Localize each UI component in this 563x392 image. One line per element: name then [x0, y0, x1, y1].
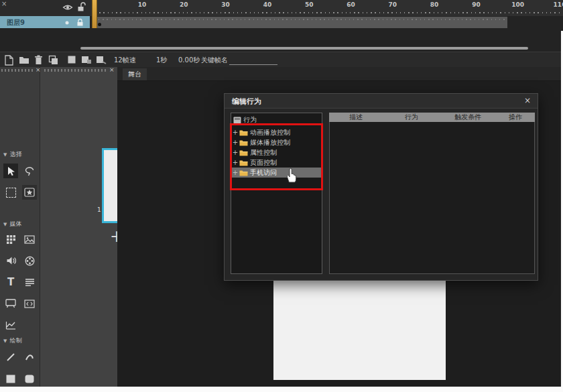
- table-column-header[interactable]: 操作: [496, 113, 535, 122]
- ruler-number: 50: [305, 1, 314, 8]
- paragraph-text-tool[interactable]: [22, 275, 37, 289]
- folder-icon: [239, 139, 248, 146]
- timeline-ruler[interactable]: 102030405060708090100110: [90, 0, 563, 16]
- line-tool[interactable]: [3, 350, 18, 365]
- table-column-header[interactable]: 行为: [383, 113, 440, 122]
- chevron-down-icon: ▼: [3, 222, 7, 227]
- keyframe-name-input[interactable]: [229, 64, 277, 65]
- audio-tool[interactable]: [3, 253, 18, 268]
- duration-label: 1秒: [156, 52, 167, 68]
- lock-column-unlock-icon[interactable]: [77, 2, 86, 12]
- ruler-number: 110: [554, 1, 563, 8]
- folder-icon: [239, 129, 248, 136]
- ruler-number: 100: [511, 1, 524, 8]
- whiteboard-tool[interactable]: [3, 296, 18, 311]
- delete-trash-icon[interactable]: [34, 55, 45, 66]
- library-grid-tool[interactable]: [3, 232, 18, 247]
- timeline-horizontal-scrollbar[interactable]: [80, 47, 528, 50]
- lasso-tool[interactable]: [22, 164, 37, 178]
- insert-frame-icon[interactable]: [67, 55, 78, 66]
- dialog-titlebar[interactable]: 编辑行为 ×: [225, 94, 538, 109]
- layer-frames-track[interactable]: [96, 17, 507, 28]
- fps-label: 12帧速: [114, 52, 136, 68]
- video-tool[interactable]: [22, 253, 37, 268]
- playhead[interactable]: [92, 0, 97, 28]
- timeline-toolbar: 12帧速 1秒 0.00秒 关键帧名: [0, 52, 563, 68]
- open-folder-icon[interactable]: [19, 55, 29, 66]
- stage-canvas[interactable]: [273, 281, 446, 380]
- behavior-category-label: 属性控制: [250, 148, 277, 157]
- section-media[interactable]: ▼ 媒体: [3, 220, 21, 228]
- section-select-label: 选择: [9, 150, 21, 159]
- behavior-category-label: 页面控制: [250, 158, 277, 168]
- table-column-header[interactable]: 触发条件: [440, 113, 496, 122]
- layer-row[interactable]: 图层9: [0, 16, 90, 28]
- ruler-number: 90: [472, 1, 481, 8]
- section-draw[interactable]: ▼ 绘制: [3, 336, 21, 345]
- timeline-ruler-ticks: [95, 12, 563, 13]
- tab-strip: 舞台: [117, 67, 563, 81]
- text-tool[interactable]: T: [3, 275, 18, 289]
- layer-visibility-dot-icon[interactable]: [65, 21, 69, 25]
- behavior-category-label: 手机访问: [250, 168, 277, 178]
- rounded-rectangle-tool[interactable]: [22, 371, 37, 386]
- behavior-category-row[interactable]: +动画播放控制: [231, 127, 322, 137]
- toolbox-close-icon[interactable]: ×: [36, 66, 41, 73]
- tree-expander-icon[interactable]: +: [231, 149, 239, 156]
- keyframe-dot[interactable]: [98, 23, 101, 26]
- layer-lock-icon[interactable]: [76, 18, 84, 27]
- transform-marquee-tool[interactable]: [3, 185, 18, 200]
- behavior-tree-items: +动画播放控制+媒体播放控制+属性控制+页面控制+手机访问: [231, 127, 322, 178]
- timeline-close-icon[interactable]: ×: [1, 0, 7, 7]
- visibility-column-eye-icon[interactable]: [62, 3, 73, 11]
- dialog-close-icon[interactable]: ×: [524, 96, 531, 105]
- screenshot-bottom-margin: [0, 387, 563, 392]
- image-tool[interactable]: [22, 232, 37, 247]
- chevron-down-icon: ▼: [3, 152, 7, 157]
- pages-panel-close-icon[interactable]: ×: [109, 66, 115, 73]
- tree-expander-icon[interactable]: +: [231, 129, 239, 136]
- rectangle-tool[interactable]: [3, 371, 18, 386]
- behavior-table-body[interactable]: [329, 122, 535, 274]
- chart-tool[interactable]: [3, 318, 18, 332]
- tree-expander-icon[interactable]: +: [231, 139, 239, 146]
- section-select[interactable]: ▼ 选择: [3, 150, 21, 159]
- ruler-number: 10: [138, 1, 147, 8]
- behavior-tree-panel: 行为 +动画播放控制+媒体播放控制+属性控制+页面控制+手机访问: [231, 113, 322, 274]
- folder-icon: [239, 159, 248, 166]
- layer-name: 图层9: [7, 18, 25, 27]
- pages-panel-drag-handle[interactable]: [44, 69, 106, 72]
- behavior-category-label: 动画播放控制: [250, 128, 290, 137]
- folder-icon: [239, 149, 248, 156]
- timeline-panel: 102030405060708090100110 × 图层9: [0, 0, 563, 51]
- behavior-table-header: 描述行为触发条件操作: [329, 113, 535, 122]
- dialog-title: 编辑行为: [232, 96, 261, 107]
- hand-cursor-pointer: [284, 168, 298, 184]
- edit-symbol-tool[interactable]: [22, 185, 37, 200]
- behavior-category-row[interactable]: +页面控制: [231, 157, 322, 168]
- ruler-number: 80: [430, 1, 439, 8]
- behavior-category-row[interactable]: +手机访问: [231, 168, 322, 178]
- behavior-category-label: 媒体播放控制: [250, 138, 290, 147]
- tree-expander-icon[interactable]: +: [231, 159, 239, 166]
- curve-tool[interactable]: [22, 350, 37, 365]
- edit-behavior-dialog: 编辑行为 × 行为 +动画播放控制+媒体播放控制+属性控制+页面控制+手机访问 …: [224, 93, 538, 281]
- select-arrow-tool[interactable]: [3, 164, 18, 178]
- current-time-label: 0.00秒: [178, 52, 200, 68]
- tree-expander-icon[interactable]: +: [231, 169, 239, 176]
- behavior-category-row[interactable]: +属性控制: [231, 147, 322, 157]
- ruler-number: 60: [347, 1, 355, 8]
- table-column-header[interactable]: 描述: [329, 113, 383, 122]
- duplicate-layer-icon[interactable]: [48, 55, 59, 66]
- add-keyframe-icon[interactable]: [81, 55, 92, 66]
- animation-editor-window: 102030405060708090100110 × 图层9: [0, 0, 563, 392]
- toolbox-drag-handle[interactable]: [1, 69, 35, 72]
- keyframe-name-label: 关键帧名: [201, 52, 228, 68]
- behavior-tree-root[interactable]: 行为: [233, 115, 257, 125]
- new-document-icon[interactable]: [4, 55, 15, 66]
- tab-stage[interactable]: 舞台: [123, 68, 147, 80]
- pages-panel: 1 +: [40, 67, 117, 387]
- behavior-category-row[interactable]: +媒体播放控制: [231, 137, 322, 147]
- code-embed-tool[interactable]: [22, 296, 37, 311]
- remove-keyframe-icon[interactable]: [96, 55, 107, 66]
